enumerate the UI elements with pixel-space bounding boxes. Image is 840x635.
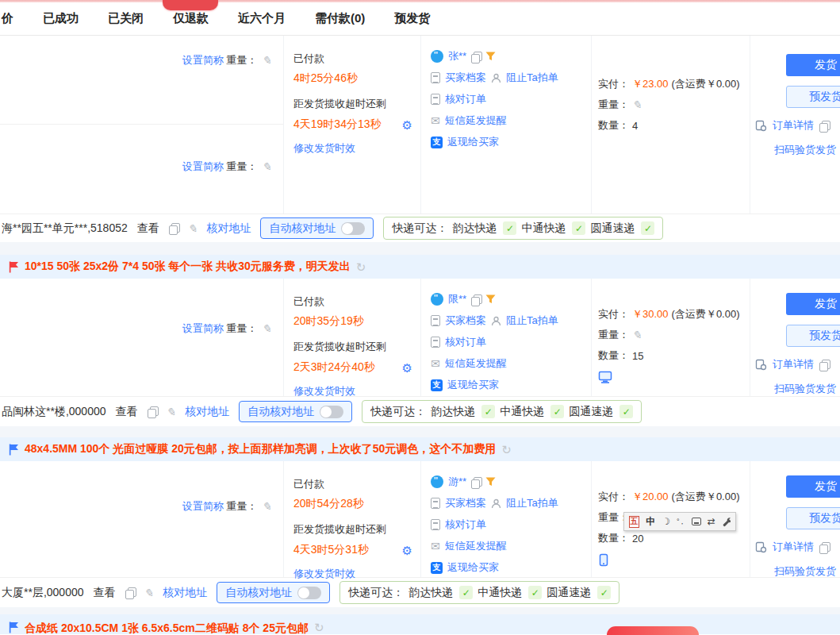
block-buyer-link[interactable]: 阻止Ta拍单	[506, 496, 558, 510]
ime-keyboard-icon[interactable]	[692, 518, 701, 525]
copy-icon[interactable]	[819, 542, 829, 552]
copy-icon[interactable]	[471, 52, 481, 62]
toggle-off[interactable]	[320, 406, 343, 418]
sms-delay-reminder-link[interactable]: 短信延发提醒	[445, 539, 507, 553]
tab-succeeded[interactable]: 已成功	[43, 11, 79, 26]
wangwang-icon[interactable]	[431, 50, 443, 63]
auto-check-address-toggle[interactable]: 自动核对地址	[260, 217, 374, 239]
check-address-link[interactable]: 核对地址	[163, 586, 207, 600]
check-order-link[interactable]: 核对订单	[445, 518, 486, 532]
refresh-icon[interactable]: ↻	[501, 444, 512, 456]
scan-verify-ship-link[interactable]: 扫码验货发货	[774, 144, 836, 156]
edit-weight-icon[interactable]: ✎	[262, 323, 271, 334]
copy-icon[interactable]	[819, 121, 829, 131]
tab-preship[interactable]: 预发货	[394, 11, 430, 26]
sms-delay-reminder-link[interactable]: 短信延发提醒	[445, 114, 507, 128]
gear-icon[interactable]: ⚙	[402, 545, 412, 556]
scan-verify-ship-link[interactable]: 扫码验货发货	[774, 565, 836, 577]
document-icon	[431, 519, 440, 530]
check-order-link[interactable]: 核对订单	[445, 92, 486, 106]
tab-price[interactable]: 价	[2, 11, 13, 26]
gear-icon[interactable]: ⚙	[402, 119, 412, 131]
ship-button[interactable]: 发货	[786, 293, 840, 315]
order-detail-link[interactable]: 订单详情	[773, 540, 814, 554]
ime-halfwidth-icon[interactable]: ☽	[662, 516, 670, 527]
edit-weight-icon[interactable]: ✎	[262, 501, 271, 512]
ime-width-toggle-icon[interactable]: ⇄	[708, 516, 715, 527]
copy-icon[interactable]	[125, 587, 135, 598]
tab-closed[interactable]: 已关闭	[108, 11, 144, 26]
status-column: 已付款 20时54分28秒 距发货揽收超时还剩 4天3时5分31秒 ⚙ 修改发货…	[283, 461, 420, 577]
ship-button[interactable]: 发货	[786, 475, 840, 498]
buyer-profile-link[interactable]: 买家档案	[445, 496, 486, 510]
cashback-link[interactable]: 返现给买家	[447, 378, 499, 392]
filter-icon[interactable]	[485, 294, 496, 304]
check-address-link[interactable]: 核对地址	[206, 221, 251, 236]
order-detail-link[interactable]: 订单详情	[773, 357, 814, 371]
set-alias-link[interactable]: 设置简称	[182, 160, 224, 172]
modify-shipping-time-link[interactable]: 修改发货时效	[293, 142, 355, 154]
refresh-icon[interactable]: ↻	[356, 261, 366, 273]
buyer-profile-link[interactable]: 买家档案	[445, 71, 486, 85]
tab-refund-only[interactable]: 仅退款	[173, 11, 209, 26]
card-gap	[0, 242, 840, 255]
view-address-link[interactable]: 查看	[116, 405, 138, 419]
edit-address-icon[interactable]: ✎	[144, 587, 154, 598]
toggle-off[interactable]	[297, 587, 321, 599]
modify-shipping-time-link[interactable]: 修改发货时效	[293, 385, 355, 397]
view-address-link[interactable]: 查看	[94, 586, 116, 600]
copy-icon[interactable]	[148, 406, 157, 417]
check-address-link[interactable]: 核对地址	[185, 405, 229, 419]
toggle-off[interactable]	[341, 222, 365, 235]
ime-wubi-icon[interactable]: 五	[629, 516, 639, 528]
edit-weight-icon[interactable]: ✎	[262, 161, 271, 172]
edit-weight-icon[interactable]: ✎	[632, 99, 642, 110]
ime-toolbar[interactable]: 五 中 ☽ °， ⇄	[623, 512, 736, 531]
tab-pending-payment[interactable]: 需付款(0)	[315, 11, 365, 26]
set-alias-link[interactable]: 设置简称	[182, 322, 224, 334]
cashback-link[interactable]: 返现给买家	[447, 560, 499, 575]
wangwang-icon[interactable]	[431, 293, 443, 306]
ime-wrench-icon[interactable]	[722, 517, 731, 527]
filter-icon[interactable]	[485, 477, 496, 487]
preship-button[interactable]: 预发货	[786, 325, 840, 347]
set-alias-link[interactable]: 设置简称	[182, 500, 224, 512]
order-detail-link[interactable]: 订单详情	[773, 118, 814, 133]
buyer-profile-link[interactable]: 买家档案	[445, 314, 486, 328]
scan-verify-ship-link[interactable]: 扫码验货发货	[774, 383, 836, 394]
check-order-link[interactable]: 核对订单	[445, 335, 486, 349]
preship-button[interactable]: 预发货	[786, 507, 840, 529]
block-buyer-link[interactable]: 阻止Ta拍单	[506, 314, 558, 328]
view-address-link[interactable]: 查看	[137, 221, 159, 236]
auto-check-address-toggle[interactable]: 自动核对地址	[217, 582, 330, 603]
ime-punctuation-icon[interactable]: °，	[677, 517, 685, 527]
filter-icon[interactable]	[485, 52, 496, 61]
copy-icon[interactable]	[169, 223, 178, 233]
address-row: 大厦**层,000000 查看 ✎ 核对地址 自动核对地址 快递可达： 韵达快递…	[0, 577, 840, 607]
wangwang-icon[interactable]	[431, 475, 443, 488]
edit-weight-icon[interactable]: ✎	[262, 55, 271, 66]
edit-address-icon[interactable]: ✎	[188, 223, 198, 234]
tab-last-six-months[interactable]: 近六个月	[238, 11, 286, 26]
copy-icon[interactable]	[819, 360, 829, 370]
sms-delay-reminder-link[interactable]: 短信延发提醒	[445, 356, 507, 371]
modify-shipping-time-link[interactable]: 修改发货时效	[293, 568, 355, 579]
auto-check-address-toggle[interactable]: 自动核对地址	[239, 401, 352, 422]
ship-button[interactable]: 发货	[786, 54, 840, 76]
gear-icon[interactable]: ⚙	[402, 362, 412, 374]
edit-weight-icon[interactable]: ✎	[632, 329, 642, 341]
buyer-name-link[interactable]: 限**	[448, 292, 466, 306]
edit-address-icon[interactable]: ✎	[167, 406, 176, 418]
buyer-name-link[interactable]: 游**	[448, 475, 466, 489]
paid-amount: ￥20.00	[632, 490, 669, 504]
preship-button[interactable]: 预发货	[786, 86, 840, 108]
copy-icon[interactable]	[471, 477, 481, 487]
courier-name: 中通快递	[478, 586, 522, 600]
buyer-name-link[interactable]: 张**	[448, 49, 466, 64]
block-buyer-link[interactable]: 阻止Ta拍单	[506, 71, 558, 85]
refresh-icon[interactable]: ↻	[314, 622, 324, 633]
set-alias-link[interactable]: 设置简称	[182, 54, 224, 66]
copy-icon[interactable]	[471, 294, 481, 305]
cashback-link[interactable]: 返现给买家	[447, 135, 499, 149]
ime-chinese-mode-icon[interactable]: 中	[646, 515, 655, 529]
